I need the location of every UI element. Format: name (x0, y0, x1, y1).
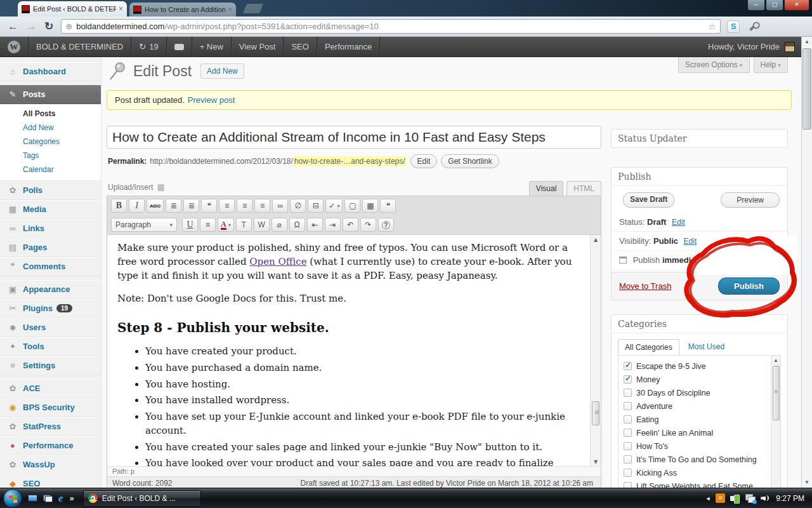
wrench-menu-icon[interactable] (749, 22, 758, 30)
tab-close-icon[interactable]: × (228, 6, 232, 13)
edit-permalink-button[interactable]: Edit (410, 154, 438, 168)
show-desktop-icon[interactable] (28, 495, 37, 502)
category-row[interactable]: Eating (624, 413, 775, 426)
fullscreen-button[interactable]: ▢ (344, 199, 360, 213)
sidebar-item-comments[interactable]: ❞ Comments (0, 257, 101, 276)
checkbox-checked[interactable] (624, 362, 632, 370)
account-menu[interactable]: Howdy, Victor Pride (700, 37, 801, 57)
align-right-button[interactable]: ≡ (254, 199, 270, 213)
open-office-link[interactable]: Open Office (249, 256, 306, 267)
maximize-button[interactable]: ▢ (766, 0, 783, 11)
sidebar-item-posts[interactable]: ✎ Posts (0, 85, 101, 104)
scroll-up-icon[interactable]: ▲ (771, 356, 780, 365)
window-switcher-icon[interactable] (43, 495, 53, 502)
site-name-menu[interactable]: BOLD & DETERMINED (29, 37, 131, 57)
bulleted-list-button[interactable]: ≣ (166, 199, 181, 213)
category-row[interactable]: It's Time To Go and Do Something (624, 453, 775, 466)
editor-scrollbar-thumb[interactable] (592, 401, 599, 425)
bold-button[interactable]: B (111, 199, 127, 213)
sidebar-item-appearance[interactable]: ▣ Appearance (0, 280, 101, 299)
browser-scrollbar[interactable]: ▲ ▼ (801, 37, 812, 488)
screen-options-button[interactable]: Screen Options (678, 57, 750, 73)
tray-chevron-icon[interactable]: ◄ (705, 495, 710, 502)
checkbox[interactable] (624, 455, 632, 464)
sidebar-item-links[interactable]: ∞ Links (0, 219, 101, 238)
align-left-button[interactable]: ≡ (219, 199, 235, 213)
numbered-list-button[interactable]: ≣ (183, 199, 199, 213)
sidebar-item-categories[interactable]: Categories (0, 135, 101, 149)
sidebar-item-wassup[interactable]: ✿ WassUp (0, 455, 101, 474)
category-row[interactable]: 30 Days of Discipline (624, 386, 775, 399)
blockquote-button[interactable]: ❝ (201, 199, 217, 213)
add-new-button[interactable]: Add New (200, 64, 244, 79)
add-media-icon[interactable]: ▦ (157, 182, 164, 192)
categories-box-title[interactable]: Categories (612, 315, 787, 333)
more-tag-button[interactable]: ⊟ (308, 199, 324, 213)
sidebar-item-performance[interactable]: ● Performance (0, 436, 101, 455)
edit-visibility-link[interactable]: Edit (684, 237, 697, 246)
align-center-button[interactable]: ≡ (237, 199, 252, 213)
power-plug-icon[interactable] (730, 494, 740, 503)
java-update-icon[interactable]: ≈ (716, 493, 725, 503)
sidebar-item-calendar[interactable]: Calendar (0, 163, 101, 177)
proofread-button[interactable]: ✓ (325, 199, 343, 213)
edit-status-link[interactable]: Edit (672, 218, 685, 227)
preview-button[interactable]: Preview (721, 192, 780, 208)
sidebar-item-seo[interactable]: ◆ SEO (0, 474, 101, 488)
checkbox[interactable] (624, 389, 632, 397)
checkbox-checked[interactable] (624, 375, 632, 384)
cite-quote-button[interactable]: ❝ (380, 199, 396, 213)
editor-content[interactable]: Make sure your product is polished, shin… (107, 234, 601, 466)
help-button-editor[interactable]: ? (378, 218, 394, 232)
comments-menu[interactable] (167, 37, 192, 57)
back-button[interactable]: ← (8, 20, 18, 33)
get-shortlink-button[interactable]: Get Shortlink (441, 154, 499, 168)
close-button[interactable]: ✕ (784, 0, 809, 11)
forward-button[interactable]: → (26, 20, 37, 33)
kitchen-sink-button[interactable]: ▦ (362, 199, 378, 213)
remove-format-button[interactable]: ⌀ (272, 218, 287, 232)
move-to-trash-link[interactable]: Move to Trash (619, 281, 671, 291)
updates-menu[interactable]: ↻ 19 (131, 37, 166, 57)
address-bar[interactable]: ⊕ boldanddetermined.com /wp-admin/post.p… (61, 19, 721, 34)
sidebar-item-add-new[interactable]: Add New (0, 121, 101, 135)
undo-button[interactable]: ↶ (343, 218, 358, 232)
italic-button[interactable]: I (129, 199, 145, 213)
sidebar-item-dashboard[interactable]: ⌂ Dashboard (0, 62, 101, 81)
post-title-input[interactable] (107, 126, 601, 149)
seo-menu[interactable]: SEO (284, 37, 317, 57)
save-draft-button[interactable]: Save Draft (623, 192, 674, 208)
internet-explorer-icon[interactable]: e (58, 493, 63, 504)
view-post-menu[interactable]: View Post (232, 37, 284, 57)
sidebar-item-media[interactable]: ▦ Media (0, 200, 101, 219)
permalink-slug[interactable]: how-to-create-…and-easy-steps/ (293, 156, 407, 166)
checkbox[interactable] (624, 429, 632, 437)
sidebar-item-tools[interactable]: ✦ Tools (0, 337, 101, 356)
checkbox[interactable] (624, 402, 632, 410)
categories-scrollbar[interactable]: ▲ ▼ (771, 356, 780, 488)
tab-html[interactable]: HTML (566, 181, 601, 196)
start-button[interactable] (3, 489, 22, 508)
text-color-button[interactable]: A (218, 218, 234, 232)
volume-icon[interactable] (761, 494, 769, 503)
unlink-button[interactable]: ∅ (290, 199, 306, 213)
category-row[interactable]: Lift Some Weights and Eat Some (624, 479, 775, 488)
network-icon[interactable] (745, 494, 756, 503)
category-row[interactable]: Escape the 9-5 Jive (624, 359, 775, 373)
paste-text-button[interactable]: T (236, 218, 252, 232)
sidebar-item-all-posts[interactable]: All Posts (0, 107, 101, 121)
preview-post-link[interactable]: Preview post (188, 95, 235, 105)
scroll-up-icon[interactable]: ▲ (591, 235, 601, 244)
sidebar-item-plugins[interactable]: ✂ Plugins 19 (0, 299, 101, 318)
strikethrough-button[interactable]: ABC (147, 199, 164, 213)
sidebar-item-statpress[interactable]: ✿ StatPress (0, 417, 101, 436)
scroll-up-icon[interactable]: ▲ (802, 37, 812, 47)
paste-word-button[interactable]: W (254, 218, 270, 232)
publish-button[interactable]: Publish (718, 277, 780, 295)
checkbox[interactable] (624, 442, 632, 450)
paragraph-select[interactable]: Paragraph (111, 218, 177, 232)
publish-box-title[interactable]: Publish (612, 168, 787, 186)
tab-close-icon[interactable]: × (119, 5, 123, 13)
bookmark-star-icon[interactable]: ☆ (708, 21, 716, 32)
browser-scrollbar-thumb[interactable] (802, 48, 811, 130)
